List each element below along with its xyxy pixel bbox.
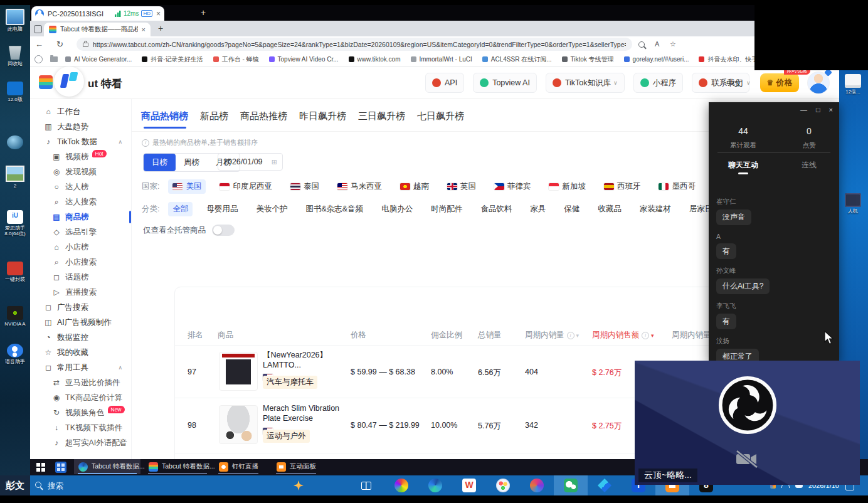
close-tab-icon[interactable]: × bbox=[156, 9, 161, 18]
taskbar-icon-cell[interactable] bbox=[486, 475, 520, 495]
bookmark-item[interactable]: 工作台 - 蝉镜 bbox=[213, 55, 259, 64]
country-option[interactable]: 越南 bbox=[396, 179, 433, 194]
bookmark-item[interactable]: ACL4SSR 在线订阅... bbox=[482, 55, 552, 64]
favorite-star-icon[interactable]: ☆ bbox=[670, 40, 676, 48]
back-icon[interactable]: ← bbox=[35, 40, 43, 49]
category-option[interactable]: 收藏品 bbox=[593, 202, 626, 216]
category-option[interactable]: 电脑办公 bbox=[377, 202, 417, 216]
bookmarks-folder-icon[interactable] bbox=[50, 56, 58, 62]
table-header-cell[interactable]: 排名 bbox=[188, 330, 203, 341]
product-title[interactable]: Merach Slim Vibration Plate Exercise Mac… bbox=[263, 403, 346, 425]
bookmark-item[interactable]: Topview AI Video Cr... bbox=[269, 56, 339, 63]
sidebar-item[interactable]: ◻ 常用工具 ∧ bbox=[30, 360, 131, 375]
taskbar-icon-cell[interactable] bbox=[418, 475, 452, 495]
table-header-cell[interactable]: 商品 bbox=[218, 330, 233, 341]
sidebar-item[interactable]: ⇄ 亚马逊比价插件 bbox=[30, 375, 131, 390]
nav-button[interactable]: TikTok知识库 ∨ bbox=[546, 73, 625, 93]
start-button-icon[interactable] bbox=[36, 463, 45, 472]
sidebar-item[interactable]: ▷ 直播搜索 bbox=[30, 285, 131, 300]
close-icon[interactable]: × bbox=[829, 106, 833, 114]
sidebar-item[interactable]: ▥ 大盘趋势 bbox=[30, 119, 131, 134]
desktop-icon[interactable]: 回收站 bbox=[0, 46, 30, 66]
country-option[interactable]: 泰国 bbox=[286, 179, 324, 194]
table-header-cell[interactable]: 周期内销量 i ▾ bbox=[525, 330, 579, 341]
period-option[interactable]: 周榜 bbox=[176, 154, 208, 171]
refresh-icon[interactable]: ↻ bbox=[56, 40, 63, 49]
sidebar-item[interactable]: ◻ 话题榜 bbox=[30, 270, 131, 285]
taskbar-app-button[interactable]: 互动面板 bbox=[272, 459, 320, 474]
search-icon[interactable] bbox=[35, 482, 41, 488]
bookmark-item[interactable]: ImmortalWrt - LuCI bbox=[411, 56, 472, 63]
bookmark-item[interactable]: www.tiktok.com bbox=[349, 56, 401, 63]
sidebar-item[interactable]: ◉ TK商品定价计算 bbox=[30, 390, 131, 405]
rank-tab[interactable]: 昨日飙升榜 bbox=[299, 110, 346, 129]
rank-tab[interactable]: 商品热推榜 bbox=[240, 110, 287, 129]
category-option[interactable]: 全部 bbox=[168, 202, 193, 216]
desktop-icon[interactable]: 人机 bbox=[838, 193, 868, 214]
rank-tab[interactable]: 新品榜 bbox=[200, 110, 228, 129]
bookmark-item[interactable]: 抖音-记录美好生活 bbox=[142, 55, 203, 64]
desktop-icon[interactable] bbox=[0, 135, 30, 149]
sidebar-item[interactable]: ↓ TK视频下载插件 bbox=[30, 420, 131, 435]
product-title[interactable]: 【NewYear2026】LAMTTO... bbox=[263, 350, 346, 371]
sidebar-item[interactable]: ▣ 视频榜 Hot bbox=[30, 149, 131, 164]
new-tab-button[interactable]: + bbox=[201, 8, 206, 18]
desktop-icon[interactable]: 12倍... bbox=[838, 74, 868, 95]
table-header-cell[interactable]: 价格 bbox=[351, 330, 366, 341]
tab-connect[interactable]: 连线 bbox=[781, 160, 837, 171]
taskbar-icon-cell[interactable] bbox=[384, 475, 418, 495]
table-header-cell[interactable]: 总销量 bbox=[478, 330, 502, 341]
new-tab-button[interactable]: + bbox=[158, 23, 163, 33]
category-option[interactable]: 食品饮料 bbox=[476, 202, 516, 216]
taskbar-icon-cell[interactable] bbox=[588, 475, 622, 495]
category-option[interactable]: 家装建材 bbox=[635, 202, 675, 216]
category-option[interactable]: 美妆个护 bbox=[251, 202, 292, 216]
country-option[interactable]: 印度尼西亚 bbox=[215, 179, 277, 194]
country-option[interactable]: 菲律宾 bbox=[490, 179, 536, 194]
sidebar-item[interactable]: ♪ 超写实AI外语配音 ▾ bbox=[30, 435, 131, 450]
country-option[interactable]: 西班牙 bbox=[600, 179, 645, 194]
nav-button[interactable]: API bbox=[425, 73, 464, 93]
sidebar-item[interactable]: ▤ 商品榜 bbox=[30, 209, 131, 225]
country-option[interactable]: 马来西亚 bbox=[333, 179, 386, 194]
tab-search-icon[interactable] bbox=[34, 25, 42, 33]
desktop-icon[interactable]: 爱思助手 8.0(64位) bbox=[0, 210, 30, 236]
desktop-icon[interactable]: 12.0版 bbox=[0, 82, 30, 102]
rank-tab[interactable]: 三日飙升榜 bbox=[358, 110, 405, 129]
country-option[interactable]: 墨西哥 bbox=[654, 179, 700, 194]
sidebar-item[interactable]: ⌕ 小店搜索 bbox=[30, 255, 131, 270]
bookmark-item[interactable]: 抖音去水印、快手... bbox=[699, 55, 763, 64]
language-selector[interactable]: 中文 bbox=[726, 78, 743, 89]
sidebar-item[interactable]: ○ 达人榜 bbox=[30, 179, 131, 194]
desktop-icon[interactable]: 此电脑 bbox=[0, 9, 30, 32]
bookmark-item[interactable]: AI Voice Generator... bbox=[65, 56, 132, 63]
task-view-icon[interactable] bbox=[361, 482, 371, 490]
country-option[interactable]: 英国 bbox=[443, 179, 480, 194]
date-picker[interactable]: 2026/01/09 ⊞ bbox=[218, 153, 283, 171]
sidebar-item[interactable]: ↻ 视频换角色 New bbox=[30, 405, 131, 420]
rank-tab[interactable]: 七日飙升榜 bbox=[417, 110, 464, 129]
remote-tab[interactable]: PC-20250113ISGI 12ms HD × bbox=[31, 6, 164, 21]
category-option[interactable]: 母婴用品 bbox=[202, 202, 242, 216]
taskbar-app-button[interactable]: 钉钉直播 bbox=[214, 459, 262, 474]
sidebar-item[interactable]: ◔ 数据监控 bbox=[30, 330, 131, 345]
sidebar-item[interactable]: ⌂ 小店榜 bbox=[30, 240, 131, 255]
table-header-cell[interactable]: 周期内销售额 i ▾ bbox=[592, 330, 654, 341]
nav-button[interactable]: Topview AI bbox=[473, 73, 537, 93]
zoom-icon[interactable] bbox=[638, 41, 645, 49]
desktop-icon[interactable]: 2 bbox=[0, 166, 30, 189]
taskbar-icon-cell[interactable] bbox=[520, 475, 554, 495]
pricing-button[interactable]: ♛价格 bbox=[760, 73, 799, 92]
bookmark-item[interactable]: gorelay.net/#/useri... bbox=[624, 56, 689, 63]
maximize-icon[interactable]: □ bbox=[816, 106, 820, 114]
user-avatar[interactable] bbox=[808, 72, 829, 93]
taskbar-app-button[interactable]: Tabcut 特看数据... bbox=[144, 459, 211, 474]
taskbar-icon-cell[interactable] bbox=[452, 475, 486, 495]
close-tab-icon[interactable]: × bbox=[142, 26, 146, 33]
remote-app-icon[interactable] bbox=[55, 462, 66, 473]
tab-chat-interaction[interactable]: 聊天互动 bbox=[715, 160, 771, 171]
search-label[interactable]: 搜索 bbox=[48, 481, 63, 492]
desktop-icon[interactable]: 一键封装 bbox=[0, 262, 30, 282]
sidebar-item[interactable]: ◻ 广告搜索 bbox=[30, 300, 131, 315]
sidebar-item[interactable]: ◫ AI广告视频制作 bbox=[30, 315, 131, 330]
